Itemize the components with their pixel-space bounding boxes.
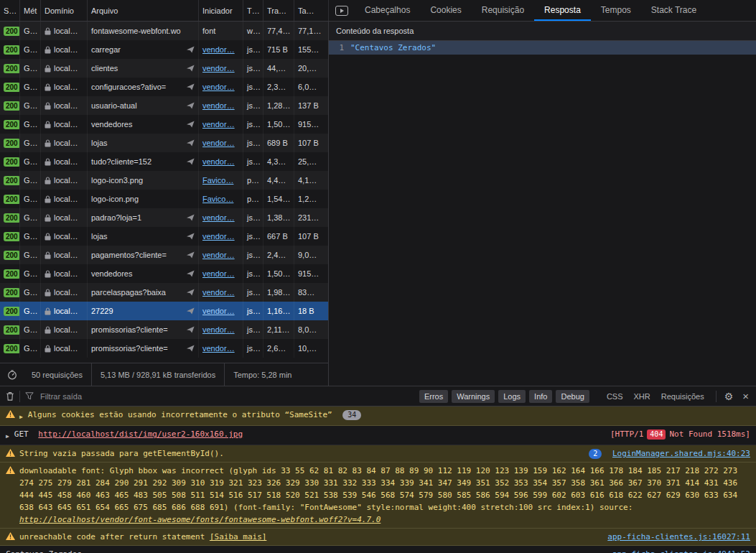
- console-warning-samesite[interactable]: ▶ Alguns cookies estão usando incorretam…: [0, 406, 756, 426]
- tab-tempos[interactable]: Tempos: [591, 0, 641, 21]
- initiator-cell[interactable]: vendor…: [199, 152, 243, 171]
- column-header[interactable]: Tra…: [263, 0, 294, 21]
- table-row[interactable]: 200 G… local… fontawesome-webfont.wo fon…: [0, 22, 328, 40]
- table-row[interactable]: 200 G… local… vendedores vendor… js… 1,5…: [0, 264, 328, 283]
- filter-button-info[interactable]: Info: [529, 390, 552, 403]
- source-location-link[interactable]: app-ficha-clientes.js:4941:53: [612, 549, 750, 553]
- filter-button-xhr[interactable]: XHR: [632, 390, 653, 403]
- initiator-cell[interactable]: vendor…: [199, 227, 243, 246]
- trash-icon[interactable]: [6, 391, 14, 401]
- table-row[interactable]: 200 G… local… pagamentos?cliente= vendor…: [0, 246, 328, 264]
- column-header[interactable]: T…: [243, 0, 263, 21]
- transferred-cell: 667 B: [263, 227, 294, 246]
- font-source-link[interactable]: http://localhost/vendor/font-awesome/fon…: [19, 515, 381, 524]
- initiator-cell[interactable]: vendor…: [199, 78, 243, 96]
- size-cell: 25,…: [294, 152, 328, 171]
- initiator-cell[interactable]: vendor…: [199, 40, 243, 59]
- type-cell: js…: [243, 152, 263, 171]
- status-cell: 200: [0, 302, 20, 320]
- table-row[interactable]: 200 G… local… vendedores vendor… js… 1,5…: [0, 115, 328, 134]
- console-network-error[interactable]: ▶ GET http://localhost/dist/img/user2-16…: [0, 426, 756, 445]
- learn-more-link[interactable]: [Saiba mais]: [210, 532, 266, 542]
- initiator-cell[interactable]: vendor…: [199, 246, 243, 264]
- disclosure-icon[interactable]: ▶: [6, 430, 9, 442]
- initiator-cell[interactable]: vendor…: [199, 320, 243, 339]
- warning-icon: [6, 466, 15, 474]
- initiator-cell[interactable]: Favico…: [199, 171, 243, 190]
- initiator-cell[interactable]: vendor…: [199, 339, 243, 358]
- transferred-cell: 2,4…: [263, 246, 294, 264]
- lock-icon: [45, 158, 51, 166]
- console-warning-unreachable[interactable]: unreachable code after return statement …: [0, 529, 756, 546]
- table-row[interactable]: 200 G… local… configuracoes?ativo= vendo…: [0, 78, 328, 96]
- table-row[interactable]: 200 G… local… logo-icon.png Favico… p… 1…: [0, 190, 328, 208]
- response-line[interactable]: 1 "Centavos Zerados": [329, 41, 756, 55]
- column-header[interactable]: Ta…: [294, 0, 329, 21]
- status-badge: 200: [4, 232, 20, 241]
- table-row[interactable]: 200 G… local… tudo?cliente=152 vendor… j…: [0, 152, 328, 171]
- table-row[interactable]: 200 G… local… clientes vendor… js… 44,… …: [0, 59, 328, 78]
- response-viewer[interactable]: 1 "Centavos Zerados": [329, 41, 756, 386]
- column-header[interactable]: Arquivo: [88, 0, 199, 21]
- method-cell: G…: [20, 320, 41, 339]
- method-cell: G…: [20, 227, 41, 246]
- tab-requisição[interactable]: Requisição: [472, 0, 534, 21]
- transferred-total: 5,13 MB / 928,91 kB transferidos: [92, 363, 225, 386]
- message-text: Centavos Zerados: [6, 548, 602, 553]
- lock-icon: [45, 289, 51, 297]
- source-location-link[interactable]: app-ficha-clientes.js:16027:11: [607, 532, 750, 542]
- initiator-cell[interactable]: vendor…: [199, 96, 243, 115]
- toolbar-divider: [19, 391, 20, 402]
- filter-button-debug[interactable]: Debug: [556, 390, 589, 403]
- request-status: [HTTP/1404Not Found 1518ms]: [600, 428, 750, 440]
- source-location-link[interactable]: LoginManager.shared.mjs:40:23: [612, 449, 750, 458]
- table-row[interactable]: 200 G… local… promissorias?cliente= vend…: [0, 339, 328, 358]
- filter-button-requisições[interactable]: Requisições: [659, 390, 706, 403]
- table-row[interactable]: 200 G… local… lojas vendor… js… 667 B 10…: [0, 227, 328, 246]
- initiator-cell[interactable]: vendor…: [199, 302, 243, 320]
- close-icon[interactable]: ×: [741, 390, 750, 402]
- console-warning-font-glyph[interactable]: downloadable font: Glyph bbox was incorr…: [0, 463, 756, 529]
- column-header[interactable]: Iniciador: [199, 0, 243, 21]
- table-row[interactable]: 200 G… local… lojas vendor… js… 689 B 10…: [0, 134, 328, 152]
- console-warning-getelementbyid[interactable]: String vazia passada para getElementById…: [0, 445, 756, 463]
- table-row[interactable]: 200 G… local… padrao?loja=1 vendor… js… …: [0, 208, 328, 227]
- table-row[interactable]: 200 G… local… carregar vendor… js… 715 B…: [0, 40, 328, 59]
- column-header[interactable]: Mét: [20, 0, 41, 21]
- table-row[interactable]: 200 G… local… usuario-atual vendor… js… …: [0, 96, 328, 115]
- tab-cabeçalhos[interactable]: Cabeçalhos: [355, 0, 420, 21]
- tab-stack-trace[interactable]: Stack Trace: [641, 0, 706, 21]
- table-row[interactable]: 200 G… local… parcelaspagas?baixa vendor…: [0, 283, 328, 302]
- table-row[interactable]: 200 G… local… promissorias?cliente= vend…: [0, 320, 328, 339]
- table-row[interactable]: 200 G… local… logo-icon3.png Favico… p… …: [0, 171, 328, 190]
- lock-icon: [45, 307, 51, 315]
- initiator-cell[interactable]: vendor…: [199, 59, 243, 78]
- file-cell: configuracoes?ativo=: [88, 78, 199, 96]
- console-filter-input[interactable]: [39, 391, 197, 401]
- method-cell: G…: [20, 134, 41, 152]
- filter-button-logs[interactable]: Logs: [498, 390, 526, 403]
- method-cell: G…: [20, 283, 41, 302]
- filter-button-css[interactable]: CSS: [605, 390, 625, 403]
- column-header[interactable]: Domínio: [41, 0, 88, 21]
- request-url-link[interactable]: http://localhost/dist/img/user2-160x160.…: [38, 429, 243, 439]
- gear-icon[interactable]: ⚙: [722, 391, 737, 402]
- column-header[interactable]: S…: [0, 0, 20, 21]
- initiator-cell[interactable]: vendor…: [199, 134, 243, 152]
- disclosure-icon[interactable]: ▶: [19, 411, 23, 423]
- filter-button-erros[interactable]: Erros: [419, 390, 448, 403]
- initiator-cell[interactable]: vendor…: [199, 115, 243, 134]
- initiator-cell[interactable]: Favico…: [199, 190, 243, 208]
- table-row[interactable]: 200 G… local… 27229 vendor… js… 1,16… 18…: [0, 302, 328, 320]
- play-icon[interactable]: [329, 0, 355, 21]
- filter-button-warnings[interactable]: Warnings: [452, 390, 495, 403]
- console-log-message[interactable]: Centavos Zerados app-ficha-clientes.js:4…: [0, 546, 756, 553]
- initiator-cell[interactable]: vendor…: [199, 264, 243, 283]
- stopwatch-icon[interactable]: [0, 370, 23, 380]
- initiator-cell[interactable]: font: [199, 22, 243, 40]
- tab-resposta[interactable]: Resposta: [534, 0, 591, 21]
- initiator-cell[interactable]: vendor…: [199, 283, 243, 302]
- initiator-cell[interactable]: vendor…: [199, 208, 243, 227]
- tab-cookies[interactable]: Cookies: [420, 0, 471, 21]
- status-cell: 200: [0, 246, 20, 264]
